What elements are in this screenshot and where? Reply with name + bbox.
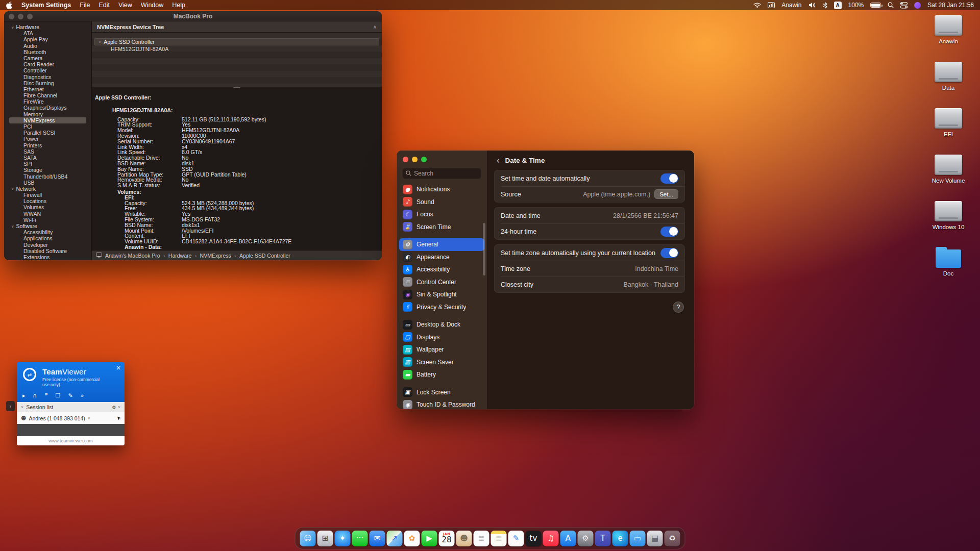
set-time-auto-toggle[interactable] (660, 173, 678, 184)
sidebar-item[interactable]: Accessibility (9, 229, 86, 235)
minimize-button[interactable] (412, 157, 418, 162)
file-transfer-icon[interactable]: ❐ (56, 392, 61, 399)
teams-dock-icon[interactable]: T (595, 531, 611, 546)
settings-sidebar-item[interactable]: ✌ Privacy & Security (399, 301, 484, 314)
sidebar-item[interactable]: Apple Pay (9, 36, 86, 42)
contacts-dock-icon[interactable]: ☻ (456, 531, 472, 546)
sidebar-item[interactable]: Storage (9, 167, 86, 173)
close-button[interactable] (9, 14, 14, 19)
stats-menu-icon[interactable] (768, 2, 775, 8)
sidebar-item[interactable]: USB (9, 180, 86, 186)
settings-search-field[interactable] (402, 168, 481, 179)
remote-folder-dock-icon[interactable]: ▭ (630, 531, 646, 546)
spotlight-search-icon[interactable] (888, 2, 894, 8)
settings-sidebar-item[interactable]: ▭ Desktop & Dock (399, 318, 484, 331)
chevron-up-icon[interactable]: ∧ (373, 24, 377, 30)
menu-item[interactable]: Edit (99, 2, 110, 9)
bluetooth-icon[interactable] (823, 2, 827, 9)
settings-sidebar-item[interactable]: ⚙ General (399, 238, 484, 251)
sidebar-item[interactable]: Audio (9, 43, 86, 49)
device-tree-header[interactable]: NVMExpress Device Tree ∧ (92, 21, 382, 33)
input-source-icon[interactable]: A (834, 2, 842, 9)
desktop-icon[interactable]: New Volume (924, 155, 973, 194)
sidebar-item[interactable]: Disabled Software (9, 248, 86, 254)
settings-sidebar-item[interactable]: ◐ Appearance (399, 251, 484, 264)
sidebar-item[interactable]: Parallel SCSI (9, 130, 86, 136)
teamviewer-side-tab[interactable]: › (6, 401, 15, 411)
sidebar-item[interactable]: Fibre Channel (9, 92, 86, 98)
settings-sidebar-item[interactable]: ♿ Accessibility (399, 263, 484, 276)
zoom-button[interactable] (27, 14, 33, 19)
sidebar-item[interactable]: Volumes (9, 204, 86, 210)
settings-sidebar-item[interactable]: ▥ Screen Saver (399, 356, 484, 369)
sidebar-section-network[interactable]: ∨ Network (4, 186, 91, 192)
sidebar-item[interactable]: SATA (9, 155, 86, 161)
battery-icon[interactable] (870, 3, 881, 8)
desktop-icon[interactable]: Doc (924, 247, 973, 287)
sidebar-item[interactable]: Diagnostics (9, 74, 86, 80)
close-button[interactable] (403, 157, 408, 162)
sidebar-item[interactable]: Power (9, 136, 86, 142)
settings-sidebar-item[interactable]: ● Notifications (399, 183, 484, 196)
sidebar-item[interactable]: Ethernet (9, 86, 86, 92)
app-store-dock-icon[interactable]: A (560, 531, 576, 546)
sidebar-item[interactable]: PCI (9, 123, 86, 130)
close-icon[interactable]: × (116, 364, 121, 371)
wifi-icon[interactable] (753, 3, 761, 8)
settings-sidebar-item[interactable]: ▤ Wallpaper (399, 343, 484, 356)
settings-sidebar-item[interactable]: ▢ Displays (399, 331, 484, 344)
freeform-dock-icon[interactable]: ✎ (508, 531, 524, 546)
teamviewer-website-link[interactable]: www.teamviewer.com (17, 436, 125, 445)
menu-item[interactable]: View (118, 2, 132, 9)
mail-dock-icon[interactable]: ✉ (370, 531, 385, 546)
more-icon[interactable]: » (81, 392, 84, 399)
settings-sidebar-item[interactable]: ◉ Siri & Spotlight (399, 288, 484, 301)
sidebar-item[interactable]: Bluetooth (9, 49, 86, 55)
settings-sidebar-item[interactable]: ▣ Lock Screen (399, 386, 484, 399)
sidebar-item[interactable]: Memory (9, 111, 86, 117)
menu-item[interactable]: File (80, 2, 90, 9)
tz-auto-toggle[interactable] (660, 248, 678, 258)
video-icon[interactable]: ▸ (22, 392, 26, 399)
sidebar-section-hardware[interactable]: ∨ Hardware (4, 24, 91, 30)
sidebar-scrollbar[interactable] (483, 223, 485, 276)
minimize-button[interactable] (18, 14, 23, 19)
back-button[interactable]: ‹ (496, 156, 500, 165)
system-information-titlebar[interactable]: MacBook Pro (4, 11, 382, 21)
desktop-icon[interactable]: Anawin (924, 15, 973, 55)
session-list-header[interactable]: ∨ Session list ⚙ ∨ (17, 402, 125, 412)
sidebar-item[interactable]: Printers (9, 142, 86, 148)
sidebar-section-software[interactable]: ∨ Software (4, 223, 91, 229)
launchpad-dock-icon[interactable]: ⊞ (317, 531, 333, 546)
sidebar-item[interactable]: Applications (9, 235, 86, 241)
sidebar-item[interactable]: Controller (9, 67, 86, 73)
settings-sidebar-item[interactable]: ♪ Sound (399, 196, 484, 209)
settings-sidebar-item[interactable]: ▬ Battery (399, 368, 484, 381)
desktop-icon[interactable]: Data (924, 62, 973, 101)
help-button[interactable]: ? (673, 302, 684, 313)
sidebar-item[interactable]: Thunderbolt/USB4 (9, 173, 86, 180)
sidebar-item[interactable]: Developer (9, 242, 86, 248)
splitter-handle[interactable] (92, 87, 382, 88)
menu-item[interactable]: Help (172, 2, 185, 9)
audio-icon[interactable]: ∩ (33, 392, 37, 399)
system-settings-dock-icon[interactable]: ⚙ (578, 531, 594, 546)
settings-sidebar-item[interactable]: ☾ Focus (399, 208, 484, 221)
volume-icon[interactable] (808, 2, 816, 8)
tree-row-ssd-controller[interactable]: ∨ Apple SSD Controller (94, 38, 379, 45)
sidebar-item[interactable]: Wi-Fi (9, 217, 86, 223)
breadcrumb-item[interactable]: NVMExpress (191, 253, 231, 259)
music-dock-icon[interactable]: ♫ (543, 531, 559, 546)
status-app-icon[interactable] (914, 2, 921, 9)
settings-sidebar-item[interactable]: ≡ Control Center (399, 276, 484, 289)
breadcrumb-item[interactable]: Apple SSD Controller (231, 253, 290, 259)
menu-clock[interactable]: Sat 28 Jan 21:56 (927, 2, 974, 9)
apple-menu-icon[interactable] (6, 2, 13, 9)
messages-dock-icon[interactable]: ··· (352, 531, 368, 546)
tv-dock-icon[interactable]: tv (526, 531, 542, 546)
settings-sidebar-item[interactable]: ⌛ Screen Time (399, 221, 484, 234)
sidebar-item[interactable]: Locations (9, 198, 86, 204)
session-list-item[interactable]: ☻ Andres (1 048 393 014) ∨ ➤ (17, 412, 125, 424)
breadcrumb-item[interactable]: Hardware (160, 253, 192, 259)
sidebar-item[interactable]: FireWire (9, 98, 86, 105)
